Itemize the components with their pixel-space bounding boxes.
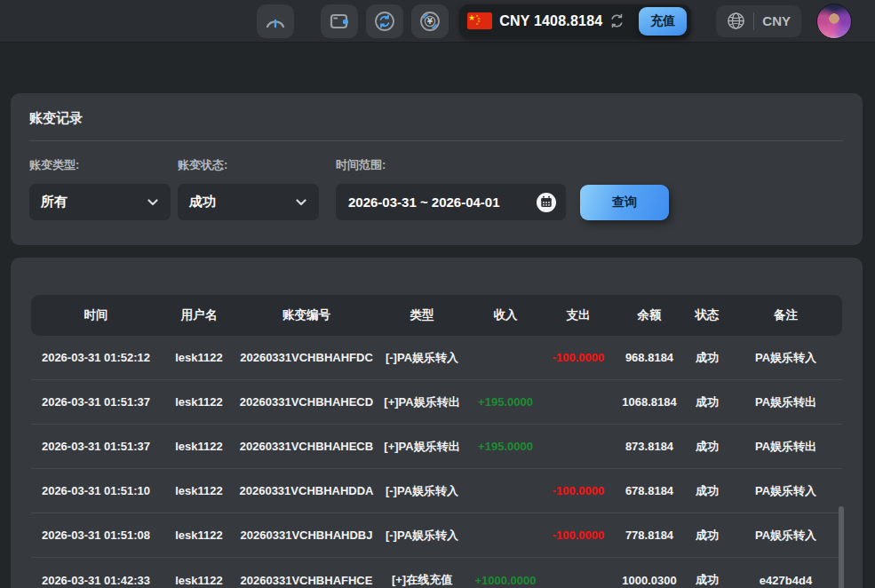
cell-status: 成功 — [685, 483, 729, 499]
table-row[interactable]: 2026-03-31 01:51:10lesk112220260331VCHBH… — [31, 469, 842, 513]
wallet-button[interactable] — [321, 4, 358, 38]
cell-remark: PA娱乐转入 — [729, 483, 842, 499]
status-select[interactable]: 成功 — [178, 184, 319, 220]
table-scrollbar-thumb[interactable] — [839, 506, 844, 588]
table-row[interactable]: 2026-03-31 01:42:33lesk112220260331VCHBH… — [31, 558, 842, 588]
account-change-table-card: 时间 用户名 账变编号 类型 收入 支出 余额 状态 备注 2026-03-31… — [11, 258, 863, 588]
cell-expense: -100.0000 — [543, 528, 614, 542]
cell-number: 20260331VCHBHAHDDA — [237, 484, 376, 497]
date-range-value: 2026-03-31 ~ 2026-04-01 — [348, 195, 500, 210]
language-code: CNY — [762, 13, 791, 28]
cell-time: 2026-03-31 01:51:37 — [31, 440, 161, 453]
svg-text:★: ★ — [476, 22, 479, 26]
cell-time: 2026-03-31 01:42:33 — [31, 574, 161, 587]
cell-type: [+]PA娱乐转出 — [376, 394, 468, 410]
chevron-down-icon — [147, 199, 158, 206]
topbar: ¥ ★ ★ ★ ★ ★ CNY 1408.8184 充值 — [0, 0, 875, 43]
currency-exchange-button[interactable]: ¥ — [411, 4, 449, 38]
cell-user: lesk1122 — [161, 528, 237, 542]
divider — [753, 12, 754, 30]
cell-balance: 1068.8184 — [614, 395, 685, 409]
header-remark: 备注 — [729, 307, 842, 323]
cell-balance: 1000.0300 — [614, 574, 685, 587]
cell-balance: 968.8184 — [614, 351, 685, 364]
cell-time: 2026-03-31 01:52:12 — [31, 351, 161, 364]
header-balance: 余额 — [614, 307, 685, 323]
cell-status: 成功 — [685, 350, 729, 366]
header-user: 用户名 — [161, 307, 237, 323]
header-status: 状态 — [685, 307, 729, 323]
table-row[interactable]: 2026-03-31 01:51:37lesk112220260331VCHBH… — [31, 380, 842, 425]
header-type: 类型 — [376, 307, 468, 323]
balance-pill: ★ ★ ★ ★ ★ CNY 1408.8184 充值 — [459, 4, 691, 38]
search-button[interactable]: 查询 — [580, 185, 669, 220]
cell-number: 20260331VCHBHAHDBJ — [237, 528, 376, 542]
language-selector[interactable]: CNY — [716, 5, 801, 37]
svg-text:★: ★ — [468, 13, 475, 22]
table-row[interactable]: 2026-03-31 01:52:12lesk112220260331VCHBH… — [31, 336, 842, 380]
cell-time: 2026-03-31 01:51:10 — [31, 484, 161, 497]
account-change-filter-card: 账变记录 账变类型: 所有 账变状态: 成功 时间范围: 2026- — [11, 93, 863, 245]
cell-income: +195.0000 — [468, 440, 543, 453]
cell-remark: PA娱乐转入 — [729, 528, 842, 544]
cell-income: +1000.0000 — [468, 574, 543, 587]
cell-status: 成功 — [685, 439, 729, 455]
cell-status: 成功 — [685, 528, 729, 544]
type-select[interactable]: 所有 — [29, 184, 171, 220]
divider — [29, 140, 843, 141]
cell-balance: 678.8184 — [614, 484, 685, 497]
cell-user: lesk1122 — [161, 351, 237, 364]
cell-user: lesk1122 — [161, 395, 237, 409]
cell-number: 20260331VCHBHAFHCE — [237, 574, 376, 587]
date-range-input[interactable]: 2026-03-31 ~ 2026-04-01 — [336, 184, 566, 220]
cell-type: [-]PA娱乐转入 — [376, 483, 468, 499]
cell-remark: PA娱乐转出 — [729, 439, 842, 455]
cell-type: [+]在线充值 — [376, 572, 468, 588]
cell-remark: PA娱乐转出 — [729, 394, 842, 410]
recharge-button[interactable]: 充值 — [639, 7, 687, 36]
header-expense: 支出 — [543, 307, 614, 323]
table-body: 2026-03-31 01:52:12lesk112220260331VCHBH… — [31, 336, 842, 588]
cell-user: lesk1122 — [161, 574, 237, 587]
cell-type: [-]PA娱乐转入 — [376, 528, 468, 544]
type-select-value: 所有 — [41, 194, 68, 211]
cell-status: 成功 — [685, 394, 729, 410]
cell-balance: 778.8184 — [614, 528, 685, 542]
cell-number: 20260331VCHBHAHECB — [237, 440, 376, 453]
cell-user: lesk1122 — [161, 484, 237, 497]
range-filter-label: 时间范围: — [336, 157, 566, 173]
table-header-row: 时间 用户名 账变编号 类型 收入 支出 余额 状态 备注 — [31, 295, 842, 336]
gauge-icon — [265, 12, 286, 31]
cell-user: lesk1122 — [161, 440, 237, 453]
cell-type: [+]PA娱乐转出 — [376, 439, 468, 455]
cell-number: 20260331VCHBHAHFDC — [237, 351, 376, 364]
chevron-down-icon — [296, 199, 306, 206]
sync-button[interactable] — [366, 4, 403, 38]
cell-time: 2026-03-31 01:51:37 — [31, 395, 161, 409]
calendar-icon — [536, 192, 557, 213]
status-select-value: 成功 — [189, 194, 216, 211]
globe-icon — [727, 12, 745, 30]
type-filter-label: 账变类型: — [29, 157, 171, 173]
user-avatar[interactable] — [816, 4, 852, 39]
balance-amount: CNY 1408.8184 — [499, 13, 602, 29]
cell-time: 2026-03-31 01:51:08 — [31, 528, 161, 542]
table-row[interactable]: 2026-03-31 01:51:37lesk112220260331VCHBH… — [31, 425, 842, 469]
header-income: 收入 — [468, 307, 543, 323]
cell-type: [-]PA娱乐转入 — [376, 350, 468, 366]
wallet-icon — [329, 12, 350, 31]
china-flag-icon: ★ ★ ★ ★ ★ — [467, 12, 492, 29]
cell-expense: -100.0000 — [543, 351, 614, 364]
table-row[interactable]: 2026-03-31 01:51:08lesk112220260331VCHBH… — [31, 513, 842, 558]
cell-remark: PA娱乐转入 — [729, 350, 842, 366]
page-title: 账变记录 — [29, 110, 843, 127]
svg-text:¥: ¥ — [427, 17, 433, 26]
cell-status: 成功 — [685, 572, 729, 588]
refresh-balance-icon[interactable] — [609, 13, 624, 28]
cell-remark: e427b4d4 — [729, 574, 842, 587]
header-number: 账变编号 — [237, 307, 376, 323]
cell-income: +195.0000 — [468, 395, 543, 409]
status-filter-label: 账变状态: — [178, 157, 319, 173]
dashboard-gauge-button[interactable] — [257, 4, 294, 38]
sync-icon — [374, 11, 395, 32]
